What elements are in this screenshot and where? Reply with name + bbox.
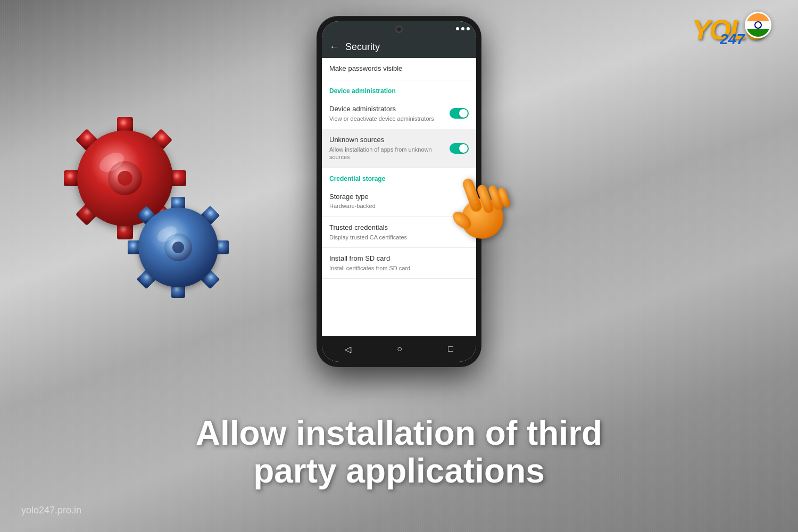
logo-247: 247 [720,31,745,48]
wifi-icon [461,27,464,30]
section-title: Device administration [329,87,396,95]
phone-body: ← Security Make passwords visible Device… [317,16,481,367]
blue-gear-icon [128,197,229,298]
bottom-title-line1: Allow installation of third [0,414,798,452]
nav-home-icon[interactable]: ○ [397,344,402,354]
signal-icon [456,27,459,30]
item-content: Device administrators View or deactivate… [329,105,445,122]
gear-decoration [53,106,213,309]
item-title: Unknown sources [329,136,445,145]
back-button[interactable]: ← [329,41,339,53]
item-title: Make passwords visible [329,64,469,73]
phone-camera [395,26,403,33]
status-icons [456,27,470,30]
battery-icon [467,27,470,30]
unknown-sources-item[interactable]: Unknown sources Allow installation of ap… [322,129,476,168]
item-title: Device administrators [329,105,445,114]
website-label: yolo247.pro.in [21,505,81,516]
item-content: Unknown sources Allow installation of ap… [329,136,445,161]
logo-flag [745,12,771,38]
bottom-title-line2: party applications [0,452,798,489]
list-item[interactable]: Make passwords visible [322,58,476,80]
item-subtitle: Allow installation of apps from unknown … [329,146,445,161]
list-item[interactable]: Device administrators View or deactivate… [322,98,476,129]
item-title: Trusted credentials [329,223,469,232]
item-subtitle: View or deactivate device administrators [329,115,445,122]
logo: YOLO 247 [692,16,766,44]
nav-recent-icon[interactable]: □ [448,344,453,354]
item-content: Make passwords visible [329,64,469,73]
section-title: Credential storage [329,175,385,182]
item-subtitle: Display trusted CA certificates [329,234,469,241]
page-title: Security [345,41,380,53]
item-subtitle: Install certificates from SD card [329,264,469,272]
nav-bar: ◁ ○ □ [322,336,476,362]
item-content: Install from SD card Install certificate… [329,254,469,272]
list-item[interactable]: Install from SD card Install certificate… [322,248,476,279]
svg-point-10 [118,171,132,186]
app-header: ← Security [322,36,476,58]
bottom-title-section: Allow installation of third party applic… [0,414,798,489]
website-url: yolo247.pro.in [21,505,81,516]
phone-mockup: ← Security Make passwords visible Device… [317,16,481,367]
item-title: Install from SD card [329,254,469,263]
svg-point-22 [172,242,184,253]
item-content: Trusted credentials Display trusted CA c… [329,223,469,241]
section-device-admin: Device administration [322,80,476,98]
toggle-switch[interactable] [450,143,469,154]
toggle-switch[interactable] [450,108,469,119]
nav-back-icon[interactable]: ◁ [345,344,351,354]
